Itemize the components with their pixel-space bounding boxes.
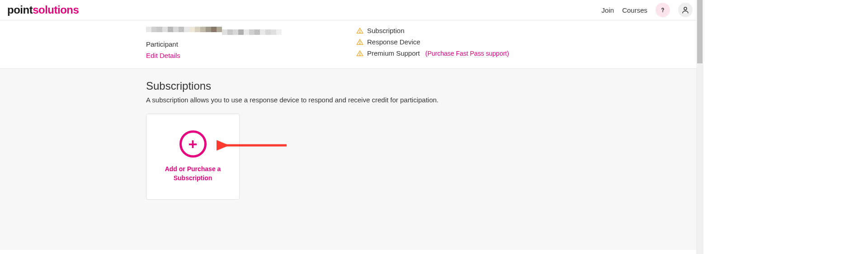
help-button[interactable]	[656, 3, 670, 17]
profile-button[interactable]	[678, 3, 693, 17]
warning-icon	[356, 38, 363, 46]
svg-point-5	[359, 43, 360, 43]
svg-point-3	[359, 32, 360, 32]
profile-info: Participant Edit Details	[146, 27, 356, 59]
help-icon	[659, 6, 666, 14]
purchase-fast-pass-link[interactable]: (Purchase Fast Pass support)	[425, 50, 509, 57]
logo-text-solutions: solutions	[33, 4, 79, 16]
svg-point-7	[359, 54, 360, 55]
nav-join[interactable]: Join	[602, 6, 614, 14]
warning-icon	[356, 50, 363, 57]
status-item-response-device: Response Device	[356, 38, 509, 46]
nav-courses[interactable]: Courses	[622, 6, 647, 14]
status-item-premium-support: Premium Support (Purchase Fast Pass supp…	[356, 49, 509, 57]
subscriptions-description: A subscription allows you to use a respo…	[146, 96, 703, 104]
profile-section: Participant Edit Details Subscription	[0, 20, 703, 69]
status-list: Subscription Response Device	[356, 27, 509, 59]
status-label: Premium Support	[367, 49, 420, 57]
subscriptions-title: Subscriptions	[146, 80, 703, 92]
plus-icon: +	[189, 136, 198, 152]
role-label: Participant	[146, 40, 356, 48]
header-nav: Join Courses	[602, 3, 696, 17]
main-content: Participant Edit Details Subscription	[0, 20, 703, 250]
app-header: pointsolutions Join Courses	[0, 0, 703, 20]
profile-icon	[681, 6, 689, 14]
status-label: Response Device	[367, 38, 420, 46]
scrollbar-thumb[interactable]	[697, 0, 703, 63]
edit-details-link[interactable]: Edit Details	[146, 52, 356, 59]
status-item-subscription: Subscription	[356, 27, 509, 34]
subscriptions-section: Subscriptions A subscription allows you …	[0, 69, 703, 250]
add-subscription-label: Add or Purchase a Subscription	[156, 165, 230, 182]
app-logo[interactable]: pointsolutions	[7, 4, 79, 16]
add-subscription-card[interactable]: + Add or Purchase a Subscription	[146, 114, 240, 200]
svg-point-0	[663, 12, 663, 12]
warning-icon	[356, 27, 363, 34]
logo-text-point: point	[7, 4, 33, 16]
scrollbar-track[interactable]	[696, 0, 703, 254]
plus-circle-icon: +	[179, 130, 207, 158]
svg-point-1	[684, 7, 687, 10]
status-label: Subscription	[367, 27, 405, 34]
redacted-name	[146, 27, 356, 36]
